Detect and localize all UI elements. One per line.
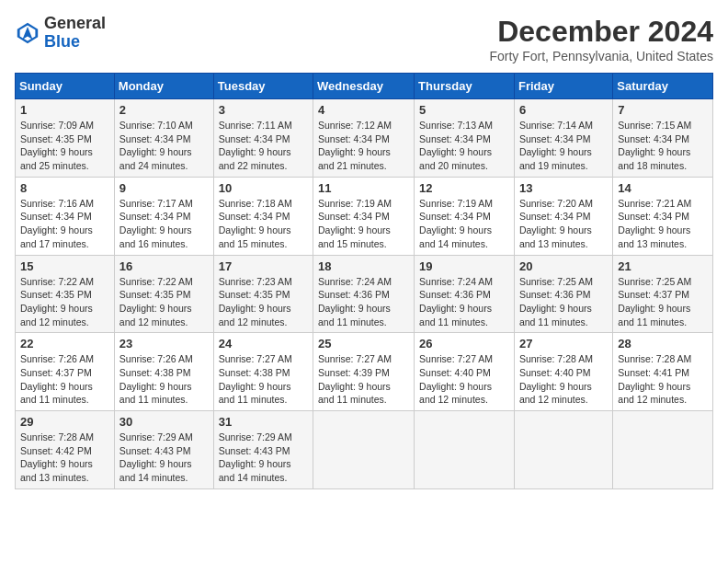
day-detail: Sunrise: 7:11 AM Sunset: 4:34 PM Dayligh… [219, 119, 308, 173]
day-number: 30 [119, 415, 209, 429]
day-number: 26 [419, 337, 509, 350]
day-number: 15 [20, 259, 109, 273]
day-number: 20 [519, 259, 608, 273]
calendar-cell: 29Sunrise: 7:28 AM Sunset: 4:42 PM Dayli… [16, 411, 115, 489]
logo: General Blue [15, 15, 106, 52]
calendar-cell: 1Sunrise: 7:09 AM Sunset: 4:35 PM Daylig… [16, 99, 115, 178]
calendar-cell: 22Sunrise: 7:26 AM Sunset: 4:37 PM Dayli… [16, 333, 115, 411]
calendar-cell: 30Sunrise: 7:29 AM Sunset: 4:43 PM Dayli… [114, 411, 213, 489]
logo-text: General Blue [44, 15, 106, 52]
calendar-cell: 3Sunrise: 7:11 AM Sunset: 4:34 PM Daylig… [213, 99, 313, 178]
day-detail: Sunrise: 7:16 AM Sunset: 4:34 PM Dayligh… [20, 197, 109, 251]
day-number: 19 [419, 259, 509, 273]
day-of-week-wednesday: Wednesday [313, 74, 415, 99]
day-detail: Sunrise: 7:09 AM Sunset: 4:35 PM Dayligh… [20, 119, 109, 173]
day-detail: Sunrise: 7:29 AM Sunset: 4:43 PM Dayligh… [219, 431, 308, 485]
calendar-week-row: 1Sunrise: 7:09 AM Sunset: 4:35 PM Daylig… [16, 99, 713, 178]
day-detail: Sunrise: 7:22 AM Sunset: 4:35 PM Dayligh… [119, 275, 209, 329]
day-detail: Sunrise: 7:27 AM Sunset: 4:39 PM Dayligh… [318, 352, 409, 407]
day-number: 9 [119, 181, 209, 195]
calendar-header-row: SundayMondayTuesdayWednesdayThursdayFrid… [16, 74, 713, 99]
calendar-cell: 11Sunrise: 7:19 AM Sunset: 4:34 PM Dayli… [313, 177, 415, 255]
day-number: 18 [318, 259, 409, 273]
calendar-cell: 6Sunrise: 7:14 AM Sunset: 4:34 PM Daylig… [514, 99, 612, 178]
day-detail: Sunrise: 7:17 AM Sunset: 4:34 PM Dayligh… [119, 197, 209, 251]
day-detail: Sunrise: 7:28 AM Sunset: 4:41 PM Dayligh… [618, 352, 708, 407]
day-number: 22 [20, 337, 109, 350]
calendar-cell: 31Sunrise: 7:29 AM Sunset: 4:43 PM Dayli… [213, 411, 313, 489]
calendar-cell: 19Sunrise: 7:24 AM Sunset: 4:36 PM Dayli… [415, 255, 515, 333]
calendar-cell: 16Sunrise: 7:22 AM Sunset: 4:35 PM Dayli… [114, 255, 213, 333]
day-number: 29 [20, 415, 109, 429]
page-container: General Blue December 2024 Forty Fort, P… [15, 15, 713, 489]
day-number: 14 [618, 181, 708, 195]
day-number: 28 [618, 337, 708, 350]
header: General Blue December 2024 Forty Fort, P… [15, 15, 713, 63]
calendar-cell [514, 411, 612, 489]
day-detail: Sunrise: 7:25 AM Sunset: 4:37 PM Dayligh… [618, 275, 708, 329]
day-detail: Sunrise: 7:29 AM Sunset: 4:43 PM Dayligh… [119, 431, 209, 485]
day-number: 17 [219, 259, 308, 273]
calendar-cell: 14Sunrise: 7:21 AM Sunset: 4:34 PM Dayli… [613, 177, 713, 255]
day-number: 16 [119, 259, 209, 273]
day-number: 24 [219, 337, 308, 350]
logo-icon [15, 20, 40, 46]
calendar-cell: 28Sunrise: 7:28 AM Sunset: 4:41 PM Dayli… [613, 333, 713, 411]
day-number: 3 [219, 103, 308, 117]
day-number: 13 [519, 181, 608, 195]
day-number: 5 [419, 103, 509, 117]
calendar-cell: 25Sunrise: 7:27 AM Sunset: 4:39 PM Dayli… [313, 333, 415, 411]
day-detail: Sunrise: 7:27 AM Sunset: 4:40 PM Dayligh… [419, 352, 509, 407]
day-number: 10 [219, 181, 308, 195]
day-number: 4 [318, 103, 409, 117]
location: Forty Fort, Pennsylvania, United States [489, 49, 713, 63]
title-area: December 2024 Forty Fort, Pennsylvania, … [489, 15, 713, 63]
calendar-cell: 23Sunrise: 7:26 AM Sunset: 4:38 PM Dayli… [114, 333, 213, 411]
day-number: 11 [318, 181, 409, 195]
calendar-cell: 4Sunrise: 7:12 AM Sunset: 4:34 PM Daylig… [313, 99, 415, 178]
day-number: 23 [119, 337, 209, 350]
day-detail: Sunrise: 7:22 AM Sunset: 4:35 PM Dayligh… [20, 275, 109, 329]
calendar-cell: 27Sunrise: 7:28 AM Sunset: 4:40 PM Dayli… [514, 333, 612, 411]
day-of-week-saturday: Saturday [613, 74, 713, 99]
day-detail: Sunrise: 7:23 AM Sunset: 4:35 PM Dayligh… [219, 275, 308, 329]
day-detail: Sunrise: 7:19 AM Sunset: 4:34 PM Dayligh… [419, 197, 509, 251]
day-detail: Sunrise: 7:15 AM Sunset: 4:34 PM Dayligh… [618, 119, 708, 173]
day-detail: Sunrise: 7:18 AM Sunset: 4:34 PM Dayligh… [219, 197, 308, 251]
day-number: 31 [219, 415, 308, 429]
month-title: December 2024 [489, 15, 713, 49]
day-number: 2 [119, 103, 209, 117]
calendar-cell: 21Sunrise: 7:25 AM Sunset: 4:37 PM Dayli… [613, 255, 713, 333]
calendar-cell: 10Sunrise: 7:18 AM Sunset: 4:34 PM Dayli… [213, 177, 313, 255]
calendar-cell: 2Sunrise: 7:10 AM Sunset: 4:34 PM Daylig… [114, 99, 213, 178]
calendar-cell [613, 411, 713, 489]
day-number: 1 [20, 103, 109, 117]
day-number: 6 [519, 103, 608, 117]
calendar-cell [313, 411, 415, 489]
day-detail: Sunrise: 7:26 AM Sunset: 4:38 PM Dayligh… [119, 352, 209, 407]
calendar-cell: 26Sunrise: 7:27 AM Sunset: 4:40 PM Dayli… [415, 333, 515, 411]
calendar-table: SundayMondayTuesdayWednesdayThursdayFrid… [15, 73, 713, 489]
calendar-cell: 7Sunrise: 7:15 AM Sunset: 4:34 PM Daylig… [613, 99, 713, 178]
calendar-cell: 18Sunrise: 7:24 AM Sunset: 4:36 PM Dayli… [313, 255, 415, 333]
day-detail: Sunrise: 7:25 AM Sunset: 4:36 PM Dayligh… [519, 275, 608, 329]
day-detail: Sunrise: 7:13 AM Sunset: 4:34 PM Dayligh… [419, 119, 509, 173]
day-detail: Sunrise: 7:19 AM Sunset: 4:34 PM Dayligh… [318, 197, 409, 251]
day-number: 7 [618, 103, 708, 117]
day-number: 8 [20, 181, 109, 195]
calendar-week-row: 15Sunrise: 7:22 AM Sunset: 4:35 PM Dayli… [16, 255, 713, 333]
calendar-cell: 9Sunrise: 7:17 AM Sunset: 4:34 PM Daylig… [114, 177, 213, 255]
day-of-week-tuesday: Tuesday [213, 74, 313, 99]
calendar-cell: 5Sunrise: 7:13 AM Sunset: 4:34 PM Daylig… [415, 99, 515, 178]
calendar-week-row: 29Sunrise: 7:28 AM Sunset: 4:42 PM Dayli… [16, 411, 713, 489]
calendar-cell: 17Sunrise: 7:23 AM Sunset: 4:35 PM Dayli… [213, 255, 313, 333]
calendar-cell: 13Sunrise: 7:20 AM Sunset: 4:34 PM Dayli… [514, 177, 612, 255]
day-detail: Sunrise: 7:12 AM Sunset: 4:34 PM Dayligh… [318, 119, 409, 173]
calendar-cell: 12Sunrise: 7:19 AM Sunset: 4:34 PM Dayli… [415, 177, 515, 255]
day-of-week-monday: Monday [114, 74, 213, 99]
day-detail: Sunrise: 7:20 AM Sunset: 4:34 PM Dayligh… [519, 197, 608, 251]
day-number: 27 [519, 337, 608, 350]
calendar-week-row: 22Sunrise: 7:26 AM Sunset: 4:37 PM Dayli… [16, 333, 713, 411]
calendar-cell: 15Sunrise: 7:22 AM Sunset: 4:35 PM Dayli… [16, 255, 115, 333]
day-of-week-friday: Friday [514, 74, 612, 99]
